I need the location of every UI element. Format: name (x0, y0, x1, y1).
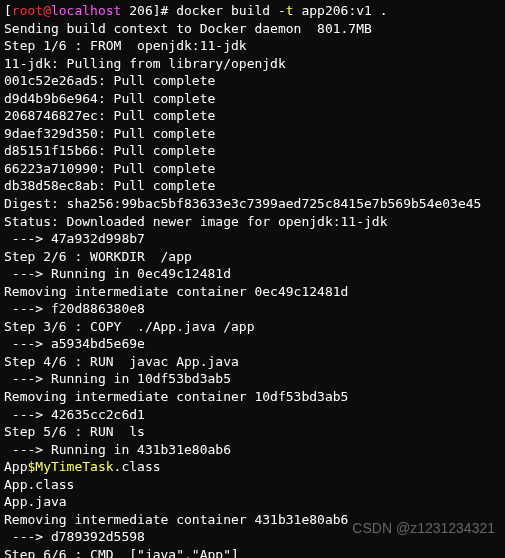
output-line: ---> Running in 0ec49c12481d (4, 265, 501, 283)
output-line: 66223a710990: Pull complete (4, 160, 501, 178)
output-line: Step 5/6 : RUN ls (4, 423, 501, 441)
output-line: ---> Running in 10df53bd3ab5 (4, 370, 501, 388)
args: app206:v1 . (294, 3, 388, 18)
output-line: db38d58ec8ab: Pull complete (4, 177, 501, 195)
output-line: Step 3/6 : COPY ./App.java /app (4, 318, 501, 336)
host: localhost (51, 3, 121, 18)
output-line: Sending build context to Docker daemon 8… (4, 20, 501, 38)
watermark: CSDN @z1231234321 (352, 519, 495, 538)
output-line: App.class (4, 476, 501, 494)
text: $MyTimeTask (27, 459, 113, 474)
output-line: ---> a5934bd5e69e (4, 335, 501, 353)
terminal-output: [root@localhost 206]# docker build -t ap… (4, 2, 501, 558)
output-line: Step 2/6 : WORKDIR /app (4, 248, 501, 266)
output-line: 11-jdk: Pulling from library/openjdk (4, 55, 501, 73)
output-line: Removing intermediate container 10df53bd… (4, 388, 501, 406)
flag: -t (278, 3, 294, 18)
text: .class (114, 459, 161, 474)
output-line: Removing intermediate container 0ec49c12… (4, 283, 501, 301)
bracket-close: ]# (153, 3, 176, 18)
path: 206 (121, 3, 152, 18)
output-line: d9d4b9b6e964: Pull complete (4, 90, 501, 108)
output-line: App$MyTimeTask.class (4, 458, 501, 476)
output-line: Step 4/6 : RUN javac App.java (4, 353, 501, 371)
output-line: Step 1/6 : FROM openjdk:11-jdk (4, 37, 501, 55)
output-line: Step 6/6 : CMD ["java","App"] (4, 546, 501, 558)
bracket: [ (4, 3, 12, 18)
output-line: Status: Downloaded newer image for openj… (4, 213, 501, 231)
output-line: 2068746827ec: Pull complete (4, 107, 501, 125)
output-line: 9daef329d350: Pull complete (4, 125, 501, 143)
output-line: ---> 47a932d998b7 (4, 230, 501, 248)
output-line: ---> f20d886380e8 (4, 300, 501, 318)
prompt-line: [root@localhost 206]# docker build -t ap… (4, 2, 501, 20)
user: root@ (12, 3, 51, 18)
output-line: App.java (4, 493, 501, 511)
output-line: d85151f15b66: Pull complete (4, 142, 501, 160)
text: App (4, 459, 27, 474)
output-line: ---> 42635cc2c6d1 (4, 406, 501, 424)
command: docker build (176, 3, 278, 18)
output-line: 001c52e26ad5: Pull complete (4, 72, 501, 90)
output-line: Digest: sha256:99bac5bf83633e3c7399aed72… (4, 195, 501, 213)
output-line: ---> Running in 431b31e80ab6 (4, 441, 501, 459)
